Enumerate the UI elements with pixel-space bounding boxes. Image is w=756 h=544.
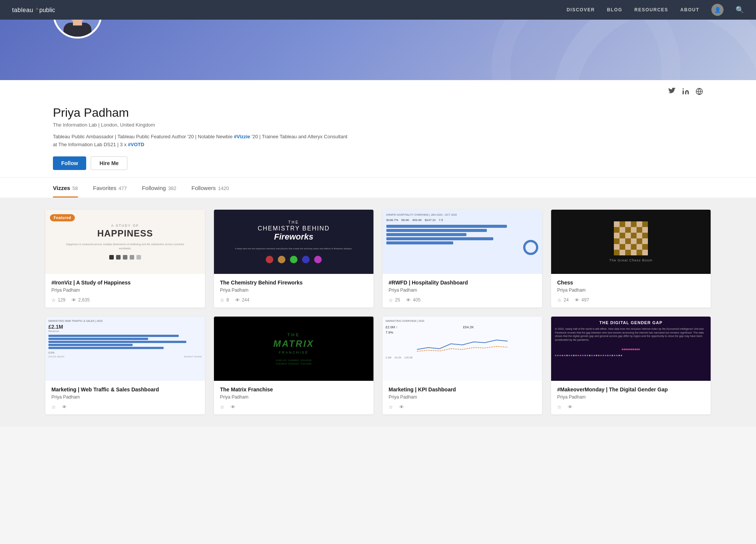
- mkt-revenue: £2.1M Revenue: [48, 324, 63, 332]
- bio-vizzie-link[interactable]: #Vizzie: [234, 134, 250, 139]
- profile-name: Priya Padham: [53, 106, 703, 120]
- gender-dot: [621, 355, 622, 356]
- hire-button[interactable]: Hire Me: [91, 156, 127, 170]
- tab-following[interactable]: Following 382: [142, 178, 176, 198]
- viz-views-fireworks: 👁 244: [235, 297, 249, 303]
- rwfd-m4: $147.21: [425, 218, 436, 222]
- nav-resources[interactable]: Resources: [634, 7, 668, 12]
- mkt-footer: SOCIAL MEDIA MARKET SHARE: [48, 355, 202, 358]
- gender-dot: [600, 355, 602, 356]
- rwfd-metrics: $108.7% 98.6K 493.4K $147.21 7.5: [386, 218, 538, 222]
- viz-author-ironviz: Priya Padham: [51, 287, 199, 293]
- gender-dot: [571, 355, 572, 356]
- mkt-bar-1: [48, 335, 179, 337]
- gender-dot: [612, 355, 613, 356]
- chess-cell: [614, 250, 620, 255]
- tab-vizzes-label: Vizzes: [53, 185, 70, 191]
- gender-dot: [607, 355, 609, 356]
- logo[interactable]: tableau + public: [12, 5, 57, 14]
- nav-about[interactable]: About: [680, 7, 699, 12]
- viz-info-gender: #MakeoverMonday | The Digital Gender Gap…: [551, 381, 711, 414]
- profile-section: Priya Padham The Information Lab | Londo…: [0, 80, 756, 178]
- gender-dot: [591, 355, 593, 356]
- chess-cell: [620, 250, 625, 255]
- eye-icon: 👁: [71, 297, 76, 303]
- viz-author-matrix: Priya Padham: [220, 394, 367, 400]
- gender-dot: [609, 355, 611, 356]
- kpi-header: MARKETING OVERVIEW | 2020: [386, 320, 539, 322]
- chess-cell: [620, 227, 625, 233]
- mkt-footer-2: MARKET SHARE: [184, 355, 202, 358]
- gender-dot: [569, 355, 570, 356]
- viz-title-ironviz: #IronViz | A Study of Happiness: [51, 279, 199, 286]
- gender-dot: [593, 355, 595, 356]
- viz-views-rwfd: 👁 405: [406, 297, 420, 303]
- bio-votd-link[interactable]: #VOTD: [128, 142, 144, 147]
- mkt-revenue-label: Revenue: [48, 330, 63, 332]
- chess-cell: [625, 221, 631, 227]
- viz-info-marketing: Marketing | Web Traffic & Sales Dashboar…: [45, 381, 205, 414]
- happiness-title: HAPPINESS: [97, 228, 153, 239]
- chess-cell: [642, 233, 648, 238]
- viz-stats-matrix: ☆ 👁: [220, 404, 367, 410]
- gender-title: THE DIGITAL GENDER GAP: [555, 320, 707, 325]
- viz-author-kpi: Priya Padham: [389, 394, 536, 400]
- chess-cell: [637, 227, 642, 233]
- chess-cell: [625, 238, 631, 244]
- viz-card-fireworks[interactable]: THE CHEMISTRY BEHIND Fireworks A deep di…: [214, 210, 373, 308]
- viz-author-marketing: Priya Padham: [51, 394, 199, 400]
- gender-dot: [605, 355, 606, 356]
- viz-title-marketing: Marketing | Web Traffic & Sales Dashboar…: [51, 386, 199, 393]
- rwfd-bars: [386, 225, 520, 270]
- gender-dot: [614, 355, 615, 356]
- fw-body: A deep dive into the explosive chemistry…: [235, 247, 352, 250]
- gender-dot: [580, 355, 581, 356]
- viz-stars-fw-value: 8: [226, 297, 229, 303]
- twitter-icon[interactable]: [668, 88, 676, 97]
- tab-favorites[interactable]: Favorites 477: [93, 178, 127, 198]
- eye-icon-kpi: 👁: [399, 404, 404, 410]
- kpi-footer: 2.3M 44.2K 145.9K: [386, 356, 539, 359]
- eye-icon-rwfd: 👁: [406, 297, 411, 303]
- nav-blog[interactable]: Blog: [607, 7, 623, 12]
- viz-stats-fireworks: ☆ 8 👁 244: [220, 297, 367, 303]
- follow-button[interactable]: Follow: [53, 156, 86, 170]
- star-icon-rwfd: ☆: [389, 297, 393, 303]
- viz-stars-kpi: ☆: [389, 404, 393, 410]
- rwfd-header: KRWFD HOSPITALITY OVERVIEW | JAN 2020 - …: [386, 213, 538, 216]
- fw-dot-orange: [278, 256, 285, 263]
- viz-card-ironviz[interactable]: Featured A STUDY OF HAPPINESS Happiness …: [45, 210, 205, 308]
- kpi-m2: £54.2K: [463, 325, 539, 329]
- social-icons: [668, 88, 703, 97]
- viz-card-rwfd[interactable]: KRWFD HOSPITALITY OVERVIEW | JAN 2020 - …: [383, 210, 542, 308]
- viz-card-gender[interactable]: THE DIGITAL GENDER GAP In 2020, nearly h…: [551, 317, 711, 414]
- viz-stats-ironviz: ☆ 129 👁 2,635: [51, 297, 199, 303]
- svg-point-14: [683, 88, 684, 90]
- viz-card-chess[interactable]: The Great Chess Boom Chess Priya Padham …: [551, 210, 711, 308]
- chess-cell: [631, 227, 637, 233]
- viz-stats-marketing: ☆ 👁: [51, 404, 199, 410]
- viz-card-kpi[interactable]: MARKETING OVERVIEW | 2020 £2.0M ↑ £54.2K…: [383, 317, 542, 414]
- tab-vizzes[interactable]: Vizzes 58: [53, 178, 78, 198]
- viz-views-rwfd-value: 405: [413, 297, 420, 303]
- linkedin-icon[interactable]: [682, 88, 689, 97]
- avatar[interactable]: 👤: [711, 4, 723, 16]
- avatar-image: [55, 20, 100, 37]
- gender-dot: [616, 355, 618, 356]
- gender-dot: [584, 355, 586, 356]
- mkt-bar-2: [48, 338, 148, 340]
- viz-card-marketing[interactable]: MARKETING WEB TRAFFIC & SALES | 2020 £2.…: [45, 317, 205, 414]
- viz-card-matrix[interactable]: THE MATRIX FRANCHISE 01001101 01000001 0…: [214, 317, 373, 414]
- search-icon[interactable]: 🔍: [736, 6, 744, 14]
- viz-stars-rwfd: ☆ 25: [389, 297, 400, 303]
- rwfd-charts: [386, 225, 538, 270]
- gender-dot: [587, 355, 588, 356]
- gender-pink-text: ■■■■■■■■■■: [622, 348, 640, 351]
- avatar-wrapper: [53, 20, 102, 39]
- rwfd-bar-1: [386, 225, 507, 228]
- nav-discover[interactable]: Discover: [567, 7, 595, 12]
- chess-cell: [642, 238, 648, 244]
- web-icon[interactable]: [696, 88, 703, 97]
- rwfd-bar-5: [386, 241, 453, 244]
- tab-followers[interactable]: Followers 1420: [192, 178, 229, 198]
